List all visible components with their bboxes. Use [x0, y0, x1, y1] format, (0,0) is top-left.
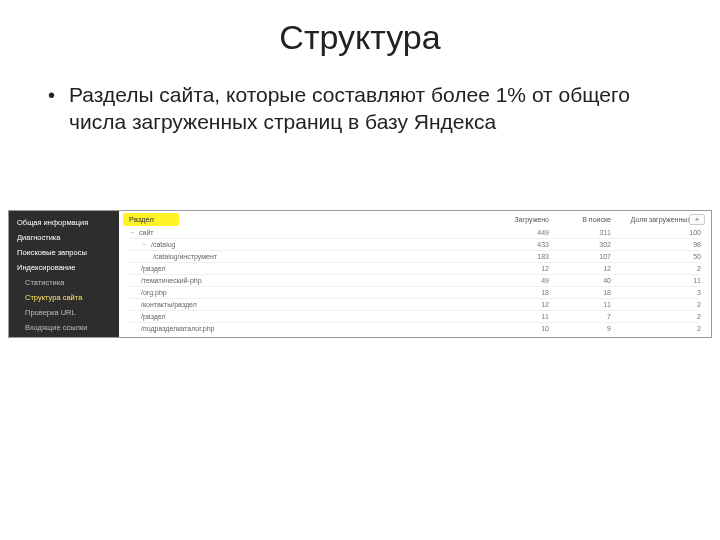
add-button[interactable]: + [689, 214, 705, 225]
col-section: Раздел [129, 215, 487, 224]
cell: 2 [611, 313, 701, 320]
table-row: /org.php18183 [129, 286, 701, 298]
tree-toggle-icon[interactable]: − [141, 241, 148, 248]
content-panel: + Раздел Загружено В поиске Доля загруже… [119, 211, 711, 337]
cell: 11 [487, 313, 549, 320]
slide: Структура • Разделы сайта, которые соста… [0, 0, 720, 540]
table-body: −сайт449311100−/catalog43330298/catalog/… [119, 227, 711, 334]
row-name[interactable]: /раздел [129, 265, 487, 272]
cell: 433 [487, 241, 549, 248]
cell: 40 [549, 277, 611, 284]
tree-toggle-icon[interactable]: − [129, 229, 136, 236]
cell: 7 [549, 313, 611, 320]
row-name[interactable]: /org.php [129, 289, 487, 296]
cell: 12 [487, 265, 549, 272]
bullet-text: Разделы сайта, которые составляют более … [69, 81, 680, 135]
row-label: /раздел [141, 313, 166, 320]
bullet-dot: • [48, 81, 69, 135]
cell: 449 [487, 229, 549, 236]
table-row: /catalog/инструмент18310750 [129, 250, 701, 262]
cell: 12 [549, 265, 611, 272]
table-row: −сайт449311100 [129, 227, 701, 238]
cell: 12 [487, 301, 549, 308]
sidebar-item[interactable]: Входящие ссылки [9, 320, 119, 335]
slide-title: Структура [0, 0, 720, 81]
table-row: /контакты/раздел12112 [129, 298, 701, 310]
sidebar-item[interactable]: Индексирование [9, 260, 119, 275]
cell: 9 [549, 325, 611, 332]
sidebar-item[interactable]: Поисковые запросы [9, 245, 119, 260]
sidebar-item[interactable]: Настройка индексирования [9, 335, 119, 338]
row-label: /контакты/раздел [141, 301, 197, 308]
table-row: /раздел1172 [129, 310, 701, 322]
cell: 311 [549, 229, 611, 236]
row-label: /catalog [151, 241, 176, 248]
table-row: /тематический-php494011 [129, 274, 701, 286]
cell: 10 [487, 325, 549, 332]
col-loaded[interactable]: Загружено [487, 216, 549, 223]
table-row: −/catalog43330298 [129, 238, 701, 250]
cell: 98 [611, 241, 701, 248]
cell: 2 [611, 301, 701, 308]
cell: 11 [611, 277, 701, 284]
row-label: /catalog/инструмент [153, 253, 217, 260]
row-name[interactable]: /тематический-php [129, 277, 487, 284]
row-label: /подразделкаталог.php [141, 325, 215, 332]
cell: 49 [487, 277, 549, 284]
cell: 2 [611, 265, 701, 272]
cell: 100 [611, 229, 701, 236]
sidebar-item[interactable]: Статистика [9, 275, 119, 290]
row-name[interactable]: /контакты/раздел [129, 301, 487, 308]
cell: 2 [611, 325, 701, 332]
row-name[interactable]: −/catalog [129, 241, 487, 248]
sidebar: Общая информацияДиагностикаПоисковые зап… [9, 211, 119, 337]
row-name[interactable]: −сайт [129, 229, 487, 236]
cell: 3 [611, 289, 701, 296]
cell: 18 [549, 289, 611, 296]
cell: 11 [549, 301, 611, 308]
sidebar-item[interactable]: Проверка URL [9, 305, 119, 320]
col-in-search[interactable]: В поиске [549, 216, 611, 223]
table-row: /подразделкаталог.php1092 [129, 322, 701, 334]
row-name[interactable]: /catalog/инструмент [129, 253, 487, 260]
row-label: /раздел [141, 265, 166, 272]
cell: 183 [487, 253, 549, 260]
table-row: /раздел12122 [129, 262, 701, 274]
webmaster-screenshot: Общая информацияДиагностикаПоисковые зап… [8, 210, 712, 338]
sidebar-item[interactable]: Диагностика [9, 230, 119, 245]
row-label: /тематический-php [141, 277, 202, 284]
table-header: Раздел Загружено В поиске Доля загруженн… [119, 211, 711, 227]
bullet-item: • Разделы сайта, которые составляют боле… [0, 81, 720, 135]
cell: 107 [549, 253, 611, 260]
row-label: сайт [139, 229, 154, 236]
cell: 50 [611, 253, 701, 260]
row-label: /org.php [141, 289, 167, 296]
cell: 18 [487, 289, 549, 296]
row-name[interactable]: /подразделкаталог.php [129, 325, 487, 332]
row-name[interactable]: /раздел [129, 313, 487, 320]
cell: 302 [549, 241, 611, 248]
sidebar-item[interactable]: Структура сайта [9, 290, 119, 305]
sidebar-item[interactable]: Общая информация [9, 215, 119, 230]
col-share[interactable]: Доля загруженных, % [611, 216, 701, 223]
